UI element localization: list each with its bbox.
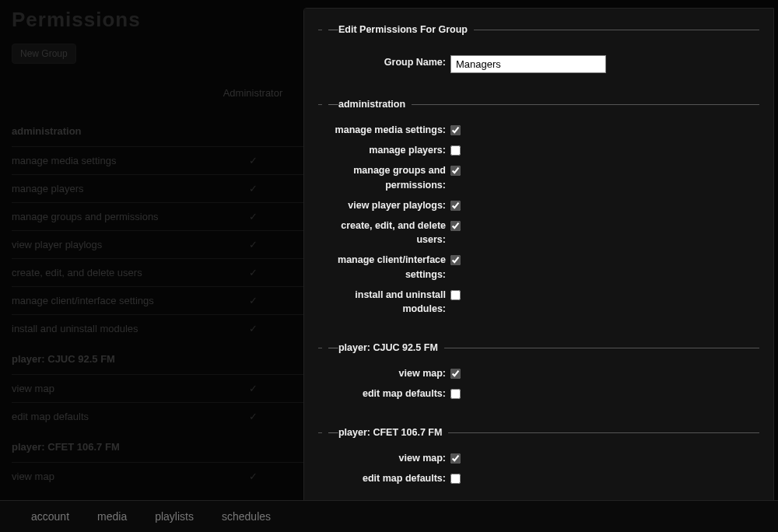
fieldset-legend: player: CFET 106.7 FM bbox=[322, 427, 448, 438]
table-row-label: create, edit, and delete users bbox=[12, 267, 206, 278]
permission-label: manage groups and permissions: bbox=[318, 163, 450, 193]
checkmark-icon: ✓ bbox=[206, 155, 300, 166]
nav-media[interactable]: media bbox=[97, 510, 127, 523]
group-name-input[interactable] bbox=[450, 55, 606, 73]
permission-checkbox[interactable] bbox=[450, 201, 461, 211]
table-row-label: view map bbox=[12, 471, 206, 482]
permission-label: create, edit, and delete users: bbox=[318, 219, 450, 248]
table-row-label: install and uninstall modules bbox=[12, 323, 206, 334]
permission-checkbox[interactable] bbox=[450, 255, 461, 265]
fieldset-legend: player: CJUC 92.5 FM bbox=[322, 342, 444, 353]
permission-checkbox[interactable] bbox=[450, 290, 461, 300]
bottom-nav: account media playlists schedules bbox=[0, 500, 778, 532]
checkmark-icon: ✓ bbox=[206, 383, 300, 394]
nav-account[interactable]: account bbox=[31, 510, 69, 523]
table-row-label: manage players bbox=[12, 183, 206, 194]
checkmark-icon: ✓ bbox=[206, 183, 300, 194]
fieldset-legend: administration bbox=[322, 99, 412, 110]
fieldset-group: Edit Permissions For Group Group Name: bbox=[318, 24, 759, 93]
permission-label: edit map defaults: bbox=[318, 471, 450, 486]
permission-checkbox[interactable] bbox=[450, 474, 461, 484]
permission-checkbox[interactable] bbox=[450, 389, 461, 399]
checkmark-icon: ✓ bbox=[206, 295, 300, 306]
permission-checkbox[interactable] bbox=[450, 145, 461, 156]
checkmark-icon: ✓ bbox=[206, 471, 300, 482]
nav-playlists[interactable]: playlists bbox=[155, 510, 194, 523]
edit-permissions-modal: Edit Permissions For Group Group Name: a… bbox=[303, 8, 774, 532]
table-row-label: manage media settings bbox=[12, 155, 206, 166]
table-row-label: manage groups and permissions bbox=[12, 211, 206, 222]
permission-label: manage players: bbox=[318, 143, 450, 158]
permission-label: install and uninstall modules: bbox=[318, 288, 450, 317]
checkmark-icon: ✓ bbox=[206, 267, 300, 278]
column-header-administrator: Administrator bbox=[206, 87, 300, 99]
checkmark-icon: ✓ bbox=[206, 323, 300, 334]
permission-label: manage media settings: bbox=[318, 123, 450, 138]
permission-label: manage client/interface settings: bbox=[318, 253, 450, 282]
nav-schedules[interactable]: schedules bbox=[222, 510, 271, 523]
permission-checkbox[interactable] bbox=[450, 369, 461, 379]
permission-checkbox[interactable] bbox=[450, 166, 461, 176]
fieldset-permission-section: player: CFET 106.7 FMview map:edit map d… bbox=[318, 427, 759, 506]
permission-checkbox[interactable] bbox=[450, 221, 461, 231]
permission-checkbox[interactable] bbox=[450, 453, 461, 464]
group-name-label: Group Name: bbox=[318, 55, 450, 70]
checkmark-icon: ✓ bbox=[206, 239, 300, 250]
checkmark-icon: ✓ bbox=[206, 211, 300, 222]
permission-checkbox[interactable] bbox=[450, 125, 461, 135]
permission-label: view player playlogs: bbox=[318, 198, 450, 213]
checkmark-icon: ✓ bbox=[206, 411, 300, 422]
fieldset-permission-section: player: CJUC 92.5 FMview map:edit map de… bbox=[318, 342, 759, 421]
table-row-label: edit map defaults bbox=[12, 411, 206, 422]
table-row-label: manage client/interface settings bbox=[12, 295, 206, 306]
permission-label: view map: bbox=[318, 366, 450, 381]
permission-label: view map: bbox=[318, 451, 450, 466]
permission-label: edit map defaults: bbox=[318, 387, 450, 401]
table-row-label: view player playlogs bbox=[12, 239, 206, 250]
new-group-button[interactable]: New Group bbox=[12, 44, 76, 64]
table-row-label: view map bbox=[12, 383, 206, 394]
fieldset-legend-group: Edit Permissions For Group bbox=[322, 24, 474, 35]
fieldset-permission-section: administrationmanage media settings:mana… bbox=[318, 99, 759, 336]
